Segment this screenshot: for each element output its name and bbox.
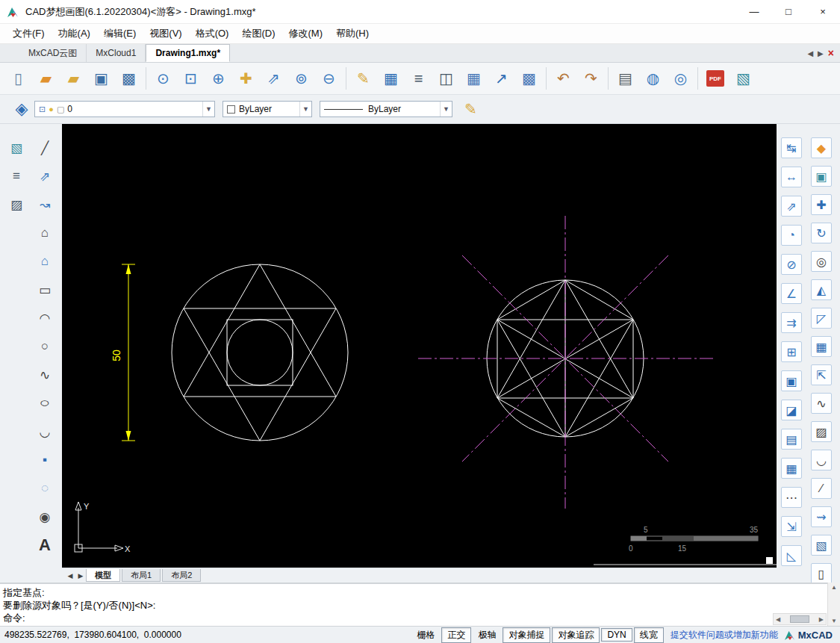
menu-view[interactable]: 视图(V) <box>143 25 188 43</box>
scrollbar-thumb[interactable] <box>790 615 809 623</box>
leader-icon[interactable]: ⇝ <box>811 506 832 527</box>
dim-linear-icon[interactable]: ↔ <box>781 167 802 187</box>
tolerance-icon[interactable]: ⊞ <box>781 341 802 362</box>
cube-3d-icon[interactable]: ▧ <box>811 535 832 556</box>
feedback-link[interactable]: 提交软件问题或增加新功能 <box>671 629 778 642</box>
revision-cloud-icon[interactable]: ◌ <box>34 478 55 499</box>
dyn-toggle[interactable]: DYN <box>601 628 632 642</box>
dim-aligned-icon[interactable]: ⇗ <box>781 196 802 217</box>
spline-edit-icon[interactable]: ∿ <box>811 393 832 414</box>
menu-format[interactable]: 格式(O) <box>189 25 236 43</box>
point-icon[interactable]: ▪ <box>34 450 55 470</box>
color-combo[interactable]: ByLayer ▼ <box>223 101 312 117</box>
polar-toggle[interactable]: 极轴 <box>473 628 501 642</box>
scroll-left-icon[interactable]: ◀ <box>776 616 780 623</box>
scroll-right-icon[interactable]: ▶ <box>819 616 824 623</box>
zoom-in-icon[interactable]: ⊕ <box>205 65 232 92</box>
align-icon[interactable]: ⇲ <box>781 516 802 537</box>
menu-file[interactable]: 文件(F) <box>6 25 52 43</box>
export-view-icon[interactable]: ↗ <box>488 65 515 92</box>
command-vertical-scrollbar[interactable]: ▲ ▼ <box>827 583 840 626</box>
close-button[interactable]: × <box>806 0 840 23</box>
ellipse-icon[interactable]: ○ <box>30 393 60 414</box>
donut-icon[interactable]: ◉ <box>34 506 55 527</box>
break-icon[interactable]: ∕ <box>811 478 832 499</box>
zoom-scale-icon[interactable]: ⇗ <box>260 65 287 92</box>
model-tab-scroll-right-icon[interactable]: ▶ <box>75 572 86 580</box>
model-tab-scroll-left-icon[interactable]: ◀ <box>65 572 75 580</box>
ortho-toggle[interactable]: 正交 <box>441 627 471 643</box>
regular-polygon-icon[interactable]: ⌂ <box>34 251 55 272</box>
open-folder-icon[interactable]: ▰ <box>60 65 87 92</box>
tab-scroll-right-icon[interactable]: ▶ <box>818 49 824 58</box>
open-cloud-icon[interactable]: ▰ <box>32 65 60 92</box>
web-edit-icon[interactable]: ◎ <box>667 65 694 92</box>
polygon-icon[interactable]: ⌂ <box>34 223 55 243</box>
circle-icon[interactable]: ○ <box>34 336 55 357</box>
construction-line-icon[interactable]: ⇗ <box>34 166 55 187</box>
hatch-edit-icon[interactable]: ▨ <box>811 421 832 442</box>
menu-draw[interactable]: 绘图(D) <box>235 25 281 43</box>
print-icon[interactable]: ▤ <box>612 65 639 92</box>
tab-close-icon[interactable]: × <box>828 47 834 59</box>
move-icon[interactable]: ✚ <box>811 194 832 215</box>
area-icon[interactable]: ◺ <box>781 545 802 566</box>
ellipse-arc-icon[interactable]: ◡ <box>34 421 55 442</box>
scroll-down-icon[interactable]: ▼ <box>831 618 837 624</box>
chevron-down-icon[interactable]: ▼ <box>440 102 452 117</box>
tab-mxcad-cloud[interactable]: MxCAD云图 <box>19 44 87 62</box>
measure-distance-icon[interactable]: ↹ <box>781 137 802 158</box>
paste-icon[interactable]: ▯ <box>811 563 832 584</box>
minimize-button[interactable]: — <box>737 0 771 23</box>
lineweight-toggle[interactable]: 线宽 <box>634 627 664 643</box>
layout2-tab[interactable]: 布局2 <box>162 569 201 582</box>
property-edit-pencil-icon[interactable]: ✎ <box>464 100 477 118</box>
command-horizontal-scrollbar[interactable]: ◀ ▶ <box>773 613 827 625</box>
polyline-icon[interactable]: ↝ <box>34 194 55 215</box>
arc-edit-icon[interactable]: ◡ <box>811 450 832 470</box>
layer-combo[interactable]: ⊡●▢ 0 ▼ <box>34 101 215 117</box>
text-lines-icon[interactable]: ≡ <box>405 65 432 92</box>
dim-radius-icon[interactable]: ◔ <box>781 225 802 246</box>
table-icon[interactable]: ▦ <box>377 65 405 92</box>
rotate-icon[interactable]: ↻ <box>811 223 832 243</box>
dim-continue-icon[interactable]: ⇉ <box>781 312 802 333</box>
block-insert-icon[interactable]: ◪ <box>781 400 802 420</box>
layout1-tab[interactable]: 布局1 <box>122 569 161 582</box>
tab-scroll-left-icon[interactable]: ◀ <box>807 49 813 58</box>
scale-icon[interactable]: ⇱ <box>811 364 832 385</box>
menu-edit[interactable]: 编辑(E) <box>97 25 143 43</box>
save-icon[interactable]: ▣ <box>87 65 115 92</box>
tab-mxcloud1[interactable]: MxCloud1 <box>87 44 146 62</box>
zoom-previous-icon[interactable]: ⊙ <box>149 65 177 92</box>
line-icon[interactable]: ╱ <box>34 137 55 158</box>
table-settings-icon[interactable]: ▩ <box>515 65 543 92</box>
draw-pencil-icon[interactable]: ✎ <box>349 65 377 92</box>
erase-icon[interactable]: ◆ <box>811 137 832 158</box>
model-tab[interactable]: 模型 <box>86 569 120 582</box>
layer-tool-icon[interactable]: ▤ <box>781 429 802 450</box>
chamfer-icon[interactable]: ◸ <box>811 308 832 329</box>
undo-icon[interactable]: ↶ <box>550 65 577 92</box>
save-as-icon[interactable]: ▩ <box>115 65 143 92</box>
hatch-icon[interactable]: ▨ <box>6 194 27 215</box>
dim-diameter-icon[interactable]: ⊘ <box>781 254 802 275</box>
offset-icon[interactable]: ◎ <box>811 251 832 272</box>
linetype-combo[interactable]: ByLayer ▼ <box>320 101 452 117</box>
text-tool-icon[interactable]: A <box>34 535 55 556</box>
chevron-down-icon[interactable]: ▼ <box>202 102 214 117</box>
table-edit-icon[interactable]: ▦ <box>460 65 488 92</box>
side-panel-icon[interactable]: ◫ <box>432 65 460 92</box>
drawing-canvas[interactable]: 50 <box>62 124 777 568</box>
block-icon[interactable]: ▣ <box>781 370 802 391</box>
array-icon[interactable]: ▦ <box>811 336 832 357</box>
text-style-icon[interactable]: ≡ <box>6 166 27 187</box>
zoom-object-icon[interactable]: ⊚ <box>287 65 315 92</box>
layer-manager-icon[interactable]: ◈ <box>9 99 34 119</box>
chevron-down-icon[interactable]: ▼ <box>299 102 311 117</box>
osnap-toggle[interactable]: 对象捕捉 <box>503 627 550 643</box>
web-icon[interactable]: ◍ <box>639 65 667 92</box>
pan-icon[interactable]: ✚ <box>232 65 260 92</box>
menu-help[interactable]: 帮助(H) <box>329 25 376 43</box>
group-icon[interactable]: ▦ <box>781 458 802 479</box>
